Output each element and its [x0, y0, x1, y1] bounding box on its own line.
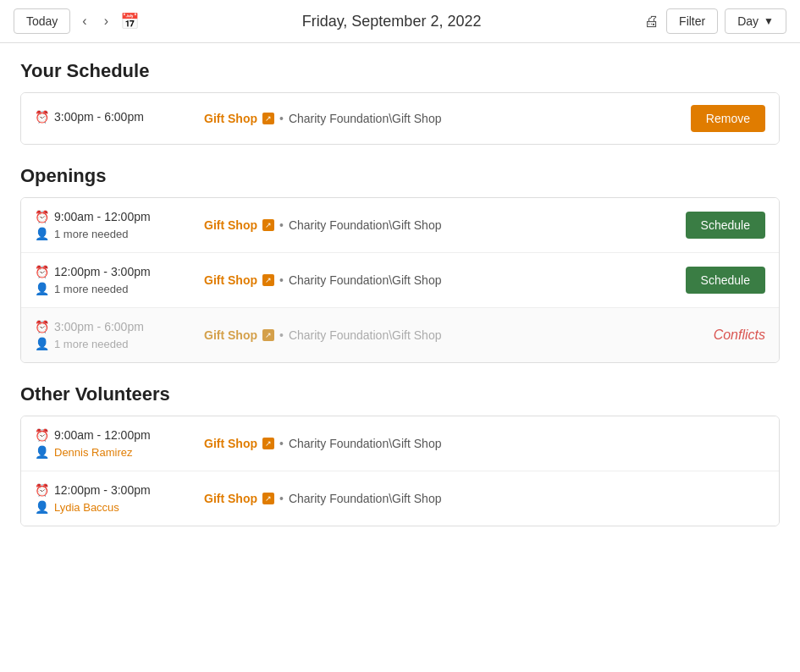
volunteer-location-0: Gift Shop • Charity Foundation\Gift Shop: [204, 437, 765, 450]
opening-time-1: 12:00pm - 3:00pm: [54, 265, 151, 278]
external-link-icon-op2[interactable]: [262, 329, 274, 341]
opening-needed-row-1: 👤 1 more needed: [35, 282, 204, 295]
opening-time-block-1: ⏰ 12:00pm - 3:00pm 👤 1 more needed: [35, 265, 204, 295]
external-link-icon-op1[interactable]: [262, 274, 274, 286]
person-icon-op2: 👤: [35, 337, 49, 350]
schedule-row-0: ⏰ 3:00pm - 6:00pm Gift Shop • Charity Fo…: [21, 93, 779, 144]
schedule-button-1[interactable]: Schedule: [686, 267, 765, 294]
chevron-down-icon: ▼: [764, 15, 774, 27]
opening-row-1: ⏰ 12:00pm - 3:00pm 👤 1 more needed Gift …: [21, 253, 779, 308]
opening-location-name-1[interactable]: Gift Shop: [204, 273, 257, 287]
opening-needed-row-0: 👤 1 more needed: [35, 227, 204, 240]
opening-location-1: Gift Shop • Charity Foundation\Gift Shop: [204, 273, 686, 287]
volunteer-name-row-0: 👤 Dennis Ramirez: [35, 445, 204, 459]
volunteer-location-path-0: Charity Foundation\Gift Shop: [289, 437, 442, 450]
opening-row-0: ⏰ 9:00am - 12:00pm 👤 1 more needed Gift …: [21, 198, 779, 253]
opening-location-name-0[interactable]: Gift Shop: [204, 218, 257, 232]
dot-separator-v1: •: [279, 492, 284, 505]
opening-time-block-2: ⏰ 3:00pm - 6:00pm 👤 1 more needed: [35, 320, 204, 350]
clock-icon-v0: ⏰: [35, 428, 49, 442]
dot-separator-0: •: [279, 112, 284, 125]
external-link-icon-op0[interactable]: [262, 219, 274, 231]
volunteer-location-path-1: Charity Foundation\Gift Shop: [289, 492, 442, 505]
next-button[interactable]: ›: [99, 10, 113, 32]
filter-button[interactable]: Filter: [666, 8, 718, 34]
volunteer-name-1[interactable]: Lydia Baccus: [54, 501, 119, 514]
opening-action-2: Conflicts: [714, 328, 765, 343]
person-icon-op0: 👤: [35, 227, 49, 240]
volunteer-time-1: 12:00pm - 3:00pm: [54, 483, 151, 497]
print-icon[interactable]: 🖨: [644, 13, 659, 30]
schedule-button-0[interactable]: Schedule: [686, 212, 765, 239]
person-icon-op1: 👤: [35, 282, 49, 295]
volunteer-time-row-1: ⏰ 12:00pm - 3:00pm: [35, 483, 204, 497]
day-label: Day: [737, 14, 759, 28]
opening-needed-row-2: 👤 1 more needed: [35, 337, 204, 350]
opening-time-row-1: ⏰ 12:00pm - 3:00pm: [35, 265, 204, 278]
toolbar-title: Friday, September 2, 2022: [146, 13, 637, 30]
schedule-time-0: 3:00pm - 6:00pm: [54, 110, 144, 124]
clock-icon: ⏰: [35, 110, 49, 124]
opening-needed-2: 1 more needed: [54, 338, 128, 350]
opening-location-2: Gift Shop • Charity Foundation\Gift Shop: [204, 328, 714, 342]
volunteer-row-0: ⏰ 9:00am - 12:00pm 👤 Dennis Ramirez Gift…: [21, 416, 779, 471]
opening-row-2: ⏰ 3:00pm - 6:00pm 👤 1 more needed Gift S…: [21, 308, 779, 362]
volunteer-icon-0: 👤: [35, 445, 49, 459]
opening-time-0: 9:00am - 12:00pm: [54, 210, 151, 223]
volunteer-icon-1: 👤: [35, 500, 49, 514]
openings-card-container: ⏰ 9:00am - 12:00pm 👤 1 more needed Gift …: [20, 197, 780, 363]
volunteers-card-container: ⏰ 9:00am - 12:00pm 👤 Dennis Ramirez Gift…: [20, 416, 780, 526]
external-link-icon-v0[interactable]: [262, 438, 274, 449]
clock-icon-op2: ⏰: [35, 320, 49, 333]
today-button[interactable]: Today: [14, 8, 70, 34]
schedule-time-row-0: ⏰ 3:00pm - 6:00pm: [35, 110, 204, 124]
schedule-card-container: ⏰ 3:00pm - 6:00pm Gift Shop • Charity Fo…: [20, 92, 780, 145]
dot-separator-op0: •: [279, 218, 284, 232]
volunteer-name-row-1: 👤 Lydia Baccus: [35, 500, 204, 514]
conflicts-text: Conflicts: [714, 328, 765, 343]
opening-location-path-2: Charity Foundation\Gift Shop: [289, 328, 442, 342]
volunteer-name-0[interactable]: Dennis Ramirez: [54, 446, 132, 459]
volunteer-row-1: ⏰ 12:00pm - 3:00pm 👤 Lydia Baccus Gift S…: [21, 471, 779, 526]
opening-time-row-0: ⏰ 9:00am - 12:00pm: [35, 210, 204, 223]
opening-location-name-2[interactable]: Gift Shop: [204, 328, 257, 342]
schedule-action-0: Remove: [691, 105, 765, 132]
schedule-section-title: Your Schedule: [20, 60, 780, 82]
clock-icon-op1: ⏰: [35, 265, 49, 278]
external-link-icon-0[interactable]: [262, 113, 274, 124]
schedule-location-name-0[interactable]: Gift Shop: [204, 112, 257, 125]
clock-icon-op0: ⏰: [35, 210, 49, 223]
volunteers-section-title: Other Volunteers: [20, 383, 780, 405]
remove-button-0[interactable]: Remove: [691, 105, 765, 132]
external-link-icon-v1[interactable]: [262, 493, 274, 504]
volunteer-location-name-1[interactable]: Gift Shop: [204, 492, 257, 505]
volunteer-time-row-0: ⏰ 9:00am - 12:00pm: [35, 428, 204, 442]
schedule-location-path-0: Charity Foundation\Gift Shop: [289, 112, 442, 125]
opening-action-1: Schedule: [686, 267, 765, 294]
schedule-time-block-0: ⏰ 3:00pm - 6:00pm: [35, 110, 204, 127]
calendar-icon[interactable]: 📅: [120, 12, 139, 30]
volunteer-location-name-0[interactable]: Gift Shop: [204, 437, 257, 450]
volunteer-location-1: Gift Shop • Charity Foundation\Gift Shop: [204, 492, 765, 505]
opening-location-0: Gift Shop • Charity Foundation\Gift Shop: [204, 218, 686, 232]
opening-action-0: Schedule: [686, 212, 765, 239]
prev-button[interactable]: ‹: [77, 10, 91, 32]
opening-needed-1: 1 more needed: [54, 283, 128, 295]
dot-separator-op2: •: [279, 328, 284, 342]
volunteer-time-block-0: ⏰ 9:00am - 12:00pm 👤 Dennis Ramirez: [35, 428, 204, 459]
opening-needed-0: 1 more needed: [54, 228, 128, 240]
dot-separator-v0: •: [279, 437, 284, 450]
opening-time-row-2: ⏰ 3:00pm - 6:00pm: [35, 320, 204, 333]
schedule-location-0: Gift Shop • Charity Foundation\Gift Shop: [204, 112, 691, 125]
main-content: Your Schedule ⏰ 3:00pm - 6:00pm Gift Sho…: [0, 43, 800, 564]
opening-location-path-1: Charity Foundation\Gift Shop: [289, 273, 442, 287]
volunteer-time-block-1: ⏰ 12:00pm - 3:00pm 👤 Lydia Baccus: [35, 483, 204, 514]
dot-separator-op1: •: [279, 273, 284, 287]
openings-section-title: Openings: [20, 165, 780, 187]
clock-icon-v1: ⏰: [35, 483, 49, 497]
volunteer-time-0: 9:00am - 12:00pm: [54, 428, 151, 442]
opening-location-path-0: Charity Foundation\Gift Shop: [289, 218, 442, 232]
day-button[interactable]: Day ▼: [725, 8, 786, 34]
opening-time-2: 3:00pm - 6:00pm: [54, 320, 144, 333]
opening-time-block-0: ⏰ 9:00am - 12:00pm 👤 1 more needed: [35, 210, 204, 240]
